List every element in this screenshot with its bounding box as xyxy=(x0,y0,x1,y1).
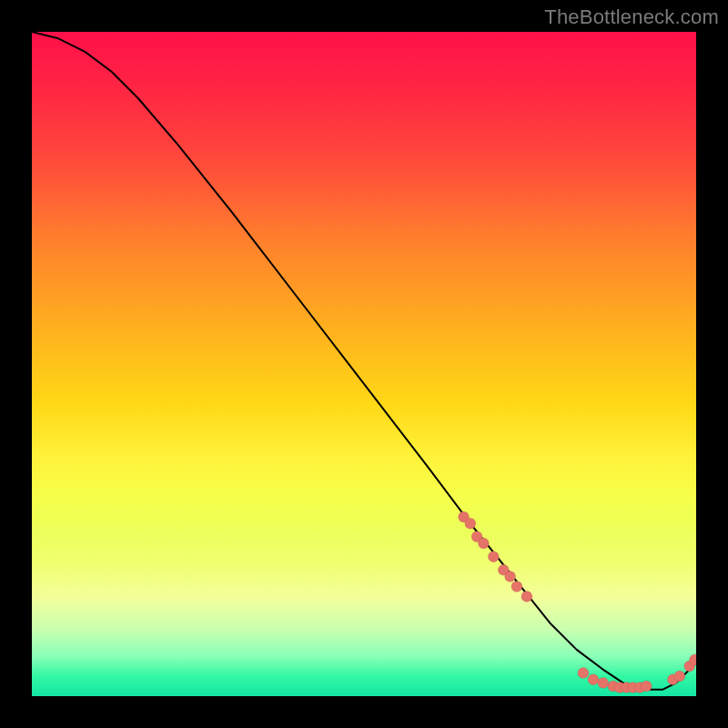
data-marker xyxy=(521,592,532,602)
data-marker xyxy=(505,571,516,582)
plot-area xyxy=(32,32,696,696)
data-marker xyxy=(478,538,489,549)
watermark-text: TheBottleneck.com xyxy=(544,5,719,29)
data-marker xyxy=(588,674,599,685)
data-marker xyxy=(641,681,652,692)
data-marker xyxy=(511,581,522,592)
data-marker xyxy=(674,671,685,682)
curve-svg xyxy=(32,32,696,696)
data-marker xyxy=(598,677,609,688)
data-marker xyxy=(488,551,499,562)
chart-frame: TheBottleneck.com xyxy=(0,0,728,728)
data-marker xyxy=(578,668,589,679)
data-marker xyxy=(465,518,476,529)
markers-group xyxy=(459,511,697,693)
bottleneck-curve xyxy=(32,32,696,690)
